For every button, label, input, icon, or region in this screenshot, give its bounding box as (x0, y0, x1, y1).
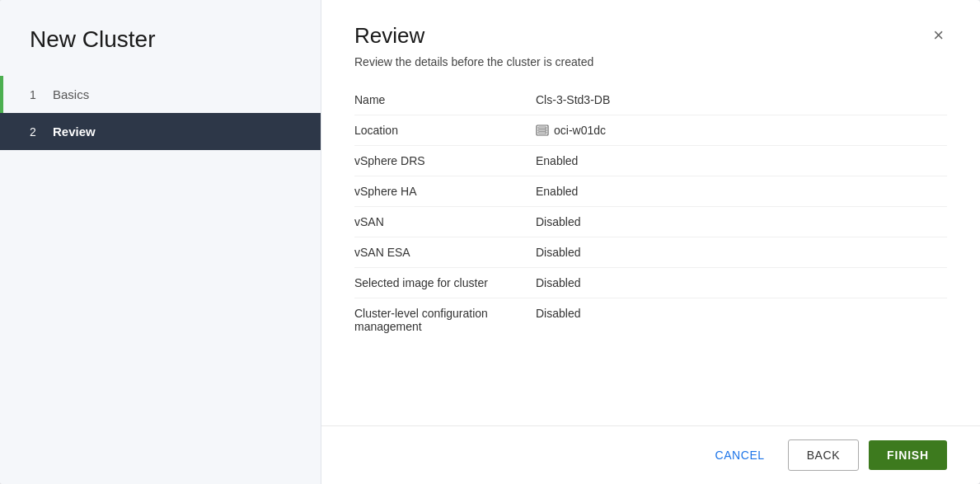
review-row: vSphere HAEnabled (354, 176, 947, 207)
sidebar: New Cluster 1 Basics 2 Review (0, 0, 321, 484)
review-row: Selected image for clusterDisabled (354, 268, 947, 298)
step-label: Review (53, 125, 96, 139)
step-number: 1 (30, 88, 43, 101)
sidebar-step-review[interactable]: 2 Review (0, 113, 321, 150)
main-subtitle: Review the details before the cluster is… (321, 49, 980, 68)
review-row: vSphere DRSEnabled (354, 146, 947, 176)
step-number: 2 (30, 125, 43, 139)
main-content: Review × Review the details before the c… (321, 0, 980, 484)
review-label: Selected image for cluster (354, 276, 536, 289)
review-value: Disabled (536, 215, 580, 228)
main-header: Review × (321, 0, 980, 49)
review-value: Disabled (536, 246, 580, 259)
review-label: vSphere DRS (354, 154, 536, 167)
datacenter-icon (536, 124, 549, 137)
review-row: vSANDisabled (354, 207, 947, 237)
cancel-button[interactable]: CANCEL (702, 440, 778, 470)
review-label: vSAN (354, 215, 536, 228)
review-label: vSAN ESA (354, 246, 536, 259)
review-label: Location (354, 124, 536, 137)
close-button[interactable]: × (930, 23, 947, 48)
review-value: Cls-3-Std3-DB (536, 93, 610, 106)
sidebar-steps: 1 Basics 2 Review (0, 76, 321, 150)
sidebar-title: New Cluster (0, 0, 321, 76)
review-value: Enabled (536, 185, 578, 198)
review-row: Cluster-level configuration managementDi… (354, 298, 947, 341)
review-table: NameCls-3-Std3-DBLocation oci-w01dcvSphe… (321, 68, 980, 425)
review-row: NameCls-3-Std3-DB (354, 85, 947, 115)
review-value: Disabled (536, 276, 580, 289)
review-label: vSphere HA (354, 185, 536, 198)
step-label: Basics (53, 87, 89, 101)
page-title: Review (354, 23, 424, 49)
new-cluster-dialog: New Cluster 1 Basics 2 Review Review × R… (0, 0, 980, 484)
review-value-text: oci-w01dc (554, 124, 606, 137)
review-value: Disabled (536, 307, 580, 320)
sidebar-step-basics[interactable]: 1 Basics (0, 76, 321, 113)
finish-button[interactable]: FINISH (869, 440, 947, 470)
back-button[interactable]: BACK (788, 439, 859, 471)
review-value: Enabled (536, 154, 578, 167)
footer: CANCEL BACK FINISH (321, 425, 980, 484)
review-label: Cluster-level configuration management (354, 307, 536, 333)
svg-point-4 (545, 127, 546, 128)
review-row: Location oci-w01dc (354, 115, 947, 146)
review-row: vSAN ESADisabled (354, 237, 947, 268)
review-label: Name (354, 93, 536, 106)
svg-point-5 (545, 129, 546, 130)
review-value: oci-w01dc (536, 124, 606, 137)
svg-point-6 (545, 132, 546, 133)
